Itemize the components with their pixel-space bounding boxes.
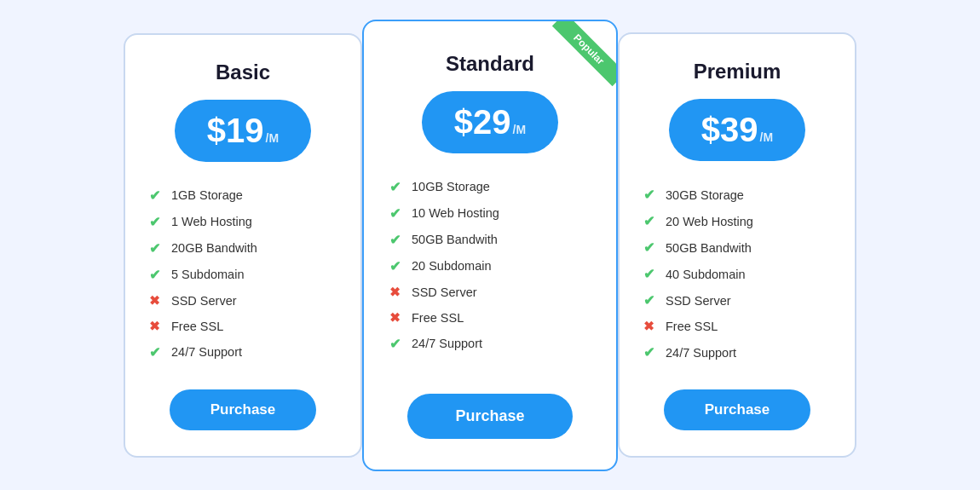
- feature-item: ✔ 24/7 Support: [149, 339, 337, 366]
- check-icon: ✔: [149, 267, 164, 283]
- price-amount: $29: [454, 103, 511, 141]
- feature-label: 30GB Storage: [666, 188, 744, 202]
- features-list: ✔ 1GB Storage ✔ 1 Web Hosting ✔ 20GB Ban…: [149, 182, 337, 366]
- check-icon: ✔: [149, 344, 164, 360]
- pricing-card-standard: Standard $29 /M ✔ 10GB Storage ✔ 10 Web …: [362, 20, 618, 471]
- pricing-container: Basic $19 /M ✔ 1GB Storage ✔ 1 Web Hosti…: [107, 3, 873, 488]
- purchase-button[interactable]: Purchase: [664, 389, 811, 430]
- check-icon: ✔: [149, 240, 164, 257]
- check-icon: ✔: [389, 179, 405, 195]
- feature-item: ✔ 1 Web Hosting: [149, 209, 337, 235]
- feature-label: 1 Web Hosting: [171, 215, 252, 228]
- feature-label: Free SSL: [666, 320, 718, 333]
- features-list: ✔ 30GB Storage ✔ 20 Web Hosting ✔ 50GB B…: [643, 182, 831, 366]
- price-badge: $39 /M: [669, 99, 805, 161]
- cross-icon: ✖: [149, 319, 164, 334]
- feature-label: 20GB Bandwith: [171, 241, 257, 255]
- price-period: /M: [760, 130, 774, 144]
- check-icon: ✔: [149, 214, 164, 230]
- feature-item: ✔ 10 Web Hosting: [389, 200, 591, 227]
- feature-item: ✔ 50GB Bandwith: [389, 227, 591, 253]
- check-icon: ✔: [389, 232, 405, 248]
- feature-item: ✔ 1GB Storage: [149, 182, 337, 209]
- feature-label: 20 Web Hosting: [666, 215, 753, 228]
- feature-item: ✖ Free SSL: [149, 314, 337, 339]
- feature-label: 24/7 Support: [412, 337, 482, 350]
- feature-label: 50GB Bandwith: [412, 233, 498, 246]
- features-list: ✔ 10GB Storage ✔ 10 Web Hosting ✔ 50GB B…: [389, 174, 591, 370]
- check-icon: ✔: [643, 292, 659, 308]
- price-badge: $19 /M: [175, 100, 311, 162]
- plan-title: Premium: [694, 60, 781, 84]
- feature-item: ✖ SSD Server: [149, 288, 337, 314]
- feature-label: 10GB Storage: [412, 180, 490, 193]
- feature-item: ✔ 10GB Storage: [389, 174, 591, 200]
- feature-item: ✔ 20 Web Hosting: [643, 208, 831, 234]
- cross-icon: ✖: [389, 310, 405, 326]
- cross-icon: ✖: [389, 285, 405, 300]
- popular-ribbon: [539, 21, 616, 98]
- check-icon: ✔: [643, 266, 659, 282]
- feature-label: 24/7 Support: [666, 346, 736, 360]
- feature-label: 5 Subdomain: [171, 268, 244, 281]
- feature-item: ✔ 40 Subdomain: [643, 261, 831, 287]
- check-icon: ✔: [389, 205, 405, 222]
- feature-label: SSD Server: [171, 294, 237, 308]
- cross-icon: ✖: [149, 293, 164, 308]
- feature-item: ✔ SSD Server: [643, 287, 831, 314]
- check-icon: ✔: [643, 239, 659, 256]
- feature-item: ✖ Free SSL: [389, 305, 591, 331]
- feature-item: ✖ SSD Server: [389, 280, 591, 305]
- purchase-button[interactable]: Purchase: [170, 389, 317, 430]
- feature-item: ✔ 24/7 Support: [643, 339, 831, 366]
- check-icon: ✔: [643, 187, 659, 203]
- price-badge: $29 /M: [422, 91, 558, 153]
- feature-label: SSD Server: [412, 285, 477, 299]
- purchase-button[interactable]: Purchase: [407, 394, 572, 439]
- feature-item: ✔ 20 Subdomain: [389, 253, 591, 280]
- feature-item: ✔ 50GB Bandwith: [643, 234, 831, 261]
- feature-item: ✔ 30GB Storage: [643, 182, 831, 208]
- feature-label: 20 Subdomain: [412, 259, 492, 273]
- feature-item: ✔ 24/7 Support: [389, 331, 591, 357]
- price-period: /M: [266, 131, 280, 145]
- feature-label: Free SSL: [171, 320, 223, 333]
- check-icon: ✔: [389, 258, 405, 274]
- feature-label: Free SSL: [412, 311, 464, 325]
- feature-label: 40 Subdomain: [666, 268, 746, 281]
- check-icon: ✔: [643, 213, 659, 229]
- check-icon: ✔: [389, 336, 405, 352]
- feature-item: ✔ 5 Subdomain: [149, 262, 337, 288]
- feature-label: 50GB Bandwith: [666, 241, 752, 255]
- price-amount: $19: [207, 112, 264, 150]
- price-amount: $39: [701, 111, 758, 149]
- feature-label: 10 Web Hosting: [412, 206, 499, 220]
- price-period: /M: [513, 123, 527, 136]
- check-icon: ✔: [149, 187, 164, 204]
- pricing-card-premium: Premium $39 /M ✔ 30GB Storage ✔ 20 Web H…: [618, 32, 856, 458]
- feature-item: ✖ Free SSL: [643, 314, 831, 339]
- feature-label: 1GB Storage: [171, 188, 243, 202]
- feature-label: 24/7 Support: [171, 345, 242, 359]
- plan-title: Standard: [446, 52, 534, 76]
- feature-label: SSD Server: [666, 294, 731, 308]
- check-icon: ✔: [643, 344, 659, 360]
- plan-title: Basic: [216, 61, 270, 84]
- feature-item: ✔ 20GB Bandwith: [149, 235, 337, 262]
- cross-icon: ✖: [643, 319, 659, 334]
- pricing-card-basic: Basic $19 /M ✔ 1GB Storage ✔ 1 Web Hosti…: [124, 33, 362, 458]
